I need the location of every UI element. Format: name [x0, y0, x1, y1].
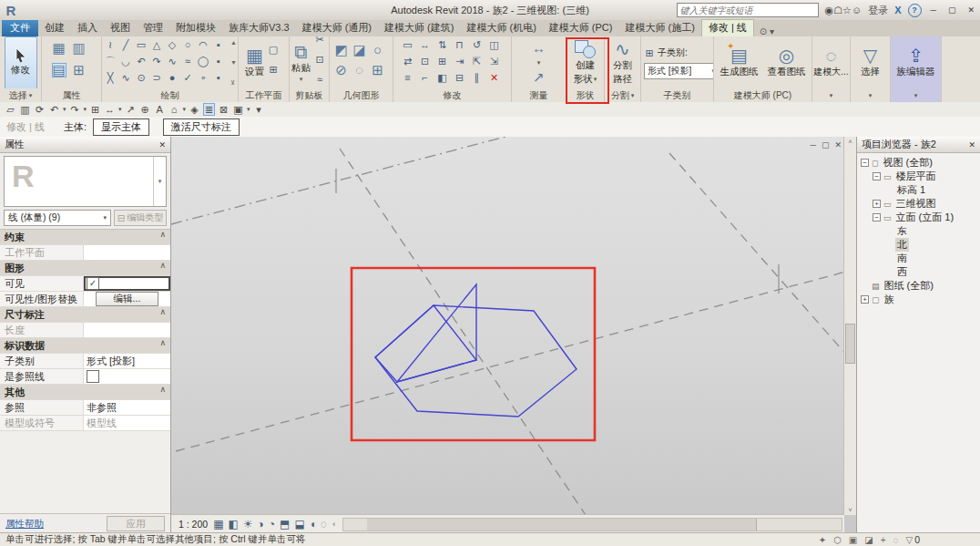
design-options-icon[interactable]: ⬡: [833, 535, 842, 545]
tool-icon[interactable]: ◡: [118, 55, 133, 69]
tool-icon[interactable]: ⊟: [453, 71, 467, 86]
tool-icon[interactable]: ▭: [134, 38, 148, 53]
expand-box-icon[interactable]: +: [861, 295, 869, 304]
selection-filter[interactable]: ▽ 0: [905, 534, 920, 545]
tab-建模大师 (建筑)[interactable]: 建模大师 (建筑): [378, 20, 460, 36]
tree-item-视图 (全部)[interactable]: −◻视图 (全部): [857, 156, 980, 170]
view-sheet-button[interactable]: ◎ 查看图纸: [768, 46, 806, 78]
subscription-icon[interactable]: ☖: [833, 5, 842, 15]
visual-style-icon[interactable]: ◧: [228, 519, 238, 530]
tool-icon[interactable]: ◇: [165, 38, 179, 53]
tool-icon[interactable]: ⇅: [435, 38, 450, 53]
tree-item-北[interactable]: 北: [857, 238, 980, 252]
panel-label-subcategory[interactable]: 子类别: [641, 88, 713, 102]
panel-label-clipboard[interactable]: 剪贴板: [290, 88, 329, 102]
tree-item-南[interactable]: 南: [857, 252, 980, 265]
draw-scroll-icons[interactable]: ▲▼⊻: [229, 39, 237, 87]
circle-void-icon[interactable]: ○: [371, 43, 385, 57]
paste-button[interactable]: ⧉ 粘贴 ▾: [291, 43, 311, 83]
tool-icon[interactable]: ∿: [165, 55, 179, 69]
tool-icon[interactable]: ⊡: [418, 55, 433, 69]
tool-icon[interactable]: ▪: [211, 38, 226, 53]
tree-item-三维视图[interactable]: +▭三维视图: [857, 197, 980, 211]
tool-icon[interactable]: ↺: [470, 38, 485, 53]
tool-icon[interactable]: ∥: [470, 71, 485, 86]
divide-path-button[interactable]: ∿ 分割 路径: [613, 40, 632, 86]
collapse-icon[interactable]: ∧: [159, 230, 170, 244]
customize-qat-icon[interactable]: ▾: [253, 103, 265, 116]
panel-label-modify[interactable]: 修改: [393, 88, 511, 102]
section-icon[interactable]: ◈: [189, 103, 200, 116]
show-host-button[interactable]: 显示主体: [93, 118, 149, 136]
model-line-quad[interactable]: [375, 305, 476, 382]
panel-label-draw[interactable]: 绘制: [102, 88, 238, 102]
panel-label-measure[interactable]: 测量: [512, 88, 566, 102]
tool-icon[interactable]: ⇱: [470, 55, 485, 69]
property-value[interactable]: [84, 245, 170, 260]
tool-icon[interactable]: ●: [165, 71, 179, 86]
tool-icon[interactable]: ↶: [134, 55, 148, 69]
tool-icon[interactable]: ⌒: [103, 55, 117, 69]
redo-icon[interactable]: ↷: [69, 103, 81, 116]
text-icon[interactable]: A: [154, 103, 166, 116]
switch-windows-icon[interactable]: ▣: [232, 103, 244, 116]
signin-label[interactable]: 登录: [868, 5, 888, 15]
thin-lines-icon[interactable]: ≣: [203, 103, 215, 116]
tree-item-图纸 (全部)[interactable]: ▤图纸 (全部): [857, 279, 980, 293]
property-value[interactable]: ✓: [84, 276, 170, 291]
close-icon[interactable]: ✕: [965, 5, 977, 15]
tool-icon[interactable]: ╱: [118, 38, 133, 53]
tool-icon[interactable]: ◯: [196, 55, 210, 69]
cut-icon[interactable]: ✂: [312, 36, 327, 47]
scroll-down-icon[interactable]: ˅: [844, 507, 856, 513]
instance-dropdown[interactable]: 线 (体量) (9) ▾: [4, 210, 111, 226]
tool-icon[interactable]: ⊓: [453, 38, 467, 53]
join-geometry-icon[interactable]: ◩: [334, 43, 349, 57]
scroll-left-icon[interactable]: ‹: [332, 520, 335, 529]
panel-label-properties[interactable]: 属性: [42, 88, 101, 102]
background-process-icon[interactable]: ◌: [893, 535, 899, 545]
worksets-icon[interactable]: ✦: [819, 535, 826, 545]
view-restore-icon[interactable]: ▢: [822, 140, 830, 149]
vertical-scroll-thumb[interactable]: [845, 324, 855, 364]
property-value[interactable]: 形式 [投影]: [84, 354, 170, 368]
close-hidden-windows-icon[interactable]: ⊠: [218, 103, 230, 116]
tab-file[interactable]: 文件: [2, 20, 38, 36]
type-selector-dropdown-icon[interactable]: ▾: [153, 157, 166, 206]
mc-more-button[interactable]: ◌ 建模大...: [813, 46, 848, 78]
collapse-icon[interactable]: ∧: [159, 307, 170, 322]
tree-item-标高 1[interactable]: 标高 1: [857, 183, 980, 197]
family-editor-button[interactable]: ⇪ 族编辑器: [897, 46, 935, 78]
detail-level-icon[interactable]: ▦: [213, 519, 223, 530]
expand-box-icon[interactable]: +: [873, 200, 881, 208]
panel-caret-family-editor[interactable]: ▾: [891, 88, 941, 102]
vertical-scrollbar[interactable]: ˄ ˅: [843, 137, 856, 515]
panel-label-mc-pc[interactable]: 建模大师 (PC): [714, 88, 812, 102]
type-selector[interactable]: R ▾: [4, 156, 167, 207]
reference-line[interactable]: [176, 269, 856, 451]
horizontal-scrollbar[interactable]: [342, 518, 842, 531]
tool-icon[interactable]: ≡: [401, 71, 415, 86]
measure-between-icon[interactable]: ↔: [532, 41, 546, 56]
edit-type-button[interactable]: ⊟ 编辑类型: [114, 210, 167, 226]
tool-icon[interactable]: ⇄: [401, 55, 415, 69]
exchange-apps-icon[interactable]: X: [894, 5, 901, 15]
panel-toggle-icon[interactable]: ⊙ ▾: [760, 26, 774, 36]
family-category-icon[interactable]: ⊞: [72, 63, 87, 77]
family-types-icon[interactable]: ▦: [52, 41, 66, 56]
property-value[interactable]: [84, 369, 170, 384]
show-workplane-icon[interactable]: ▢: [266, 43, 281, 57]
panel-label-shape[interactable]: 形状: [567, 88, 604, 102]
tool-icon[interactable]: ╳: [103, 71, 117, 86]
reference-line[interactable]: [669, 153, 847, 355]
restore-icon[interactable]: ▢: [945, 5, 959, 15]
hide-isolate-glasses-icon[interactable]: ◖: [310, 519, 316, 530]
model-line-triangle[interactable]: [397, 284, 476, 382]
copy-icon[interactable]: ⊡: [312, 53, 327, 67]
tab-建模大师 (通用)[interactable]: 建模大师 (通用): [296, 20, 378, 36]
press-drag-icon[interactable]: +: [881, 535, 886, 545]
tree-item-西[interactable]: 西: [857, 265, 980, 279]
favorites-star-icon[interactable]: ☆: [842, 5, 852, 15]
close-icon[interactable]: ✕: [968, 140, 975, 149]
default-3d-view-icon[interactable]: ⌂: [168, 103, 180, 116]
